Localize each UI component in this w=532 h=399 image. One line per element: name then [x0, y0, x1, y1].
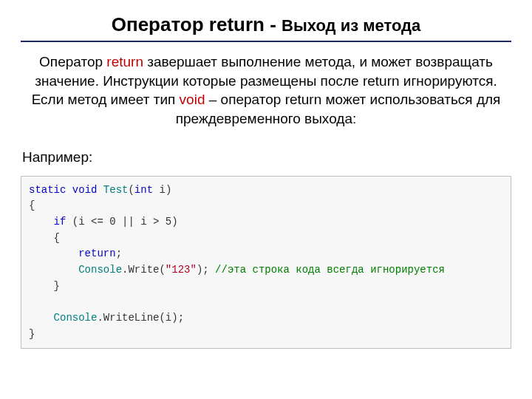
title-main: Оператор return -	[112, 13, 282, 35]
paren-open: (	[128, 184, 134, 196]
brace-close: }	[54, 280, 60, 292]
method-writeline: WriteLine	[103, 312, 160, 324]
kw-return: return	[78, 248, 115, 259]
paren-open: (	[159, 312, 165, 324]
brace-open: {	[54, 232, 60, 244]
intro-paragraph: Оператор return завершает выполнение мет…	[21, 52, 511, 129]
semicolon: ;	[116, 248, 122, 259]
comment: //эта строка кода всегда игнорируется	[215, 264, 445, 276]
method-name: Test	[103, 184, 129, 196]
kw-static: static	[29, 184, 66, 196]
paren-open: (	[159, 264, 165, 276]
page-title: Оператор return - Выход из метода	[21, 13, 511, 41]
example-label: Например:	[21, 149, 511, 166]
method-write: Write	[128, 264, 159, 276]
kw-int: int	[134, 184, 153, 196]
paren-close: )	[166, 184, 171, 196]
string-literal: "123"	[166, 264, 197, 276]
semicolon: ;	[178, 312, 184, 324]
keyword-void: void	[180, 92, 205, 107]
kw-void: void	[72, 184, 98, 196]
param-i: i	[159, 184, 165, 196]
kw-if: if	[54, 216, 66, 228]
brace-open: {	[29, 200, 35, 211]
dot: .	[97, 312, 103, 324]
intro-text: – оператор return может использоваться д…	[176, 92, 501, 126]
paren-close: )	[171, 312, 177, 324]
keyword-return: return	[106, 54, 143, 69]
title-sub: Выход из метода	[282, 16, 420, 35]
if-condition: (i <= 0 || i > 5)	[66, 216, 177, 228]
brace-close: }	[29, 328, 35, 340]
code-block: static void Test(int i) { if (i <= 0 || …	[21, 176, 511, 349]
title-underline	[21, 41, 511, 42]
arg-i: i	[166, 312, 171, 324]
semicolon: ;	[202, 264, 208, 276]
intro-text: Если метод имеет тип	[32, 92, 180, 107]
intro-text: Оператор	[39, 54, 106, 69]
type-console: Console	[78, 264, 122, 276]
type-console: Console	[54, 312, 98, 324]
